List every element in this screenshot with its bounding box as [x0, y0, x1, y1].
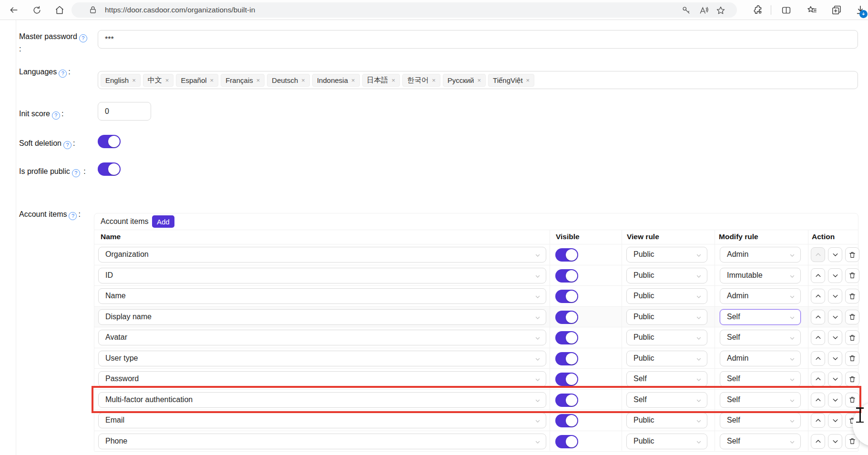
- move-down-button[interactable]: [828, 434, 842, 449]
- visible-toggle[interactable]: [555, 248, 578, 262]
- visible-toggle[interactable]: [555, 435, 578, 448]
- remove-tag-icon[interactable]: ×: [256, 77, 260, 84]
- visible-toggle[interactable]: [555, 394, 578, 407]
- help-icon[interactable]: ?: [79, 34, 87, 42]
- item-name-select[interactable]: Multi-factor authentication: [98, 392, 546, 408]
- help-icon[interactable]: ?: [69, 212, 77, 220]
- extensions-icon[interactable]: [752, 4, 765, 16]
- modify-rule-select[interactable]: Self: [720, 434, 801, 449]
- languages-select[interactable]: English × 中文 × Español × Français × Deut…: [98, 71, 858, 89]
- delete-button[interactable]: [845, 393, 859, 407]
- remove-tag-icon[interactable]: ×: [210, 77, 214, 84]
- item-name-select[interactable]: Display name: [98, 309, 546, 325]
- visible-toggle[interactable]: [555, 290, 578, 303]
- remove-tag-icon[interactable]: ×: [132, 77, 136, 84]
- visible-toggle[interactable]: [555, 311, 578, 324]
- item-name-select[interactable]: Name: [98, 288, 546, 304]
- delete-button[interactable]: [845, 372, 859, 386]
- move-up-button[interactable]: [811, 413, 825, 428]
- modify-rule-select[interactable]: Self: [720, 309, 801, 325]
- lock-icon[interactable]: [89, 6, 98, 15]
- split-screen-icon[interactable]: [780, 4, 792, 16]
- view-rule-select[interactable]: Public: [626, 268, 707, 283]
- is-profile-public-toggle[interactable]: [98, 162, 121, 176]
- move-down-button[interactable]: [828, 351, 842, 366]
- favorites-icon[interactable]: [806, 4, 818, 16]
- view-rule-select[interactable]: Public: [626, 434, 707, 449]
- move-down-button[interactable]: [828, 413, 842, 428]
- delete-button[interactable]: [845, 289, 859, 303]
- favorite-star-icon[interactable]: [716, 6, 725, 15]
- remove-tag-icon[interactable]: ×: [432, 77, 436, 84]
- item-name-select[interactable]: Avatar: [98, 330, 546, 345]
- help-icon[interactable]: ?: [52, 111, 60, 120]
- move-up-button[interactable]: [811, 247, 825, 262]
- modify-rule-select[interactable]: Self: [720, 371, 801, 387]
- remove-tag-icon[interactable]: ×: [165, 77, 169, 84]
- move-up-button[interactable]: [811, 393, 825, 407]
- view-rule-select[interactable]: Public: [626, 330, 707, 345]
- move-down-button[interactable]: [828, 330, 842, 345]
- view-rule-select[interactable]: Public: [626, 288, 707, 304]
- delete-button[interactable]: [845, 351, 859, 366]
- view-rule-select[interactable]: Self: [626, 392, 707, 408]
- move-up-button[interactable]: [811, 372, 825, 386]
- view-rule-select[interactable]: Public: [626, 247, 707, 263]
- move-down-button[interactable]: [828, 372, 842, 386]
- modify-rule-select[interactable]: Immutable: [720, 268, 801, 283]
- view-rule-select[interactable]: Public: [626, 413, 707, 428]
- move-up-button[interactable]: [811, 268, 825, 283]
- item-name-select[interactable]: User type: [98, 351, 546, 366]
- help-icon[interactable]: ?: [72, 169, 80, 177]
- delete-button[interactable]: [845, 247, 859, 262]
- remove-tag-icon[interactable]: ×: [477, 77, 481, 84]
- remove-tag-icon[interactable]: ×: [392, 77, 396, 84]
- url-text[interactable]: https://door.casdoor.com/organizations/b…: [105, 6, 255, 14]
- move-down-button[interactable]: [828, 247, 842, 262]
- move-up-button[interactable]: [811, 330, 825, 345]
- move-up-button[interactable]: [811, 351, 825, 366]
- item-name-select[interactable]: ID: [98, 268, 546, 283]
- view-rule-select[interactable]: Public: [626, 351, 707, 366]
- move-up-button[interactable]: [811, 310, 825, 324]
- delete-button[interactable]: [845, 268, 859, 283]
- delete-button[interactable]: [845, 310, 859, 324]
- modify-rule-select[interactable]: Self: [720, 392, 801, 408]
- remove-tag-icon[interactable]: ×: [301, 77, 305, 84]
- home-button[interactable]: [53, 4, 66, 16]
- add-button[interactable]: Add: [152, 215, 174, 228]
- modify-rule-select[interactable]: Self: [720, 413, 801, 428]
- address-bar[interactable]: https://door.casdoor.com/organizations/b…: [71, 2, 737, 18]
- move-up-button[interactable]: [811, 434, 825, 449]
- move-down-button[interactable]: [828, 289, 842, 303]
- delete-button[interactable]: [845, 330, 859, 345]
- remove-tag-icon[interactable]: ×: [351, 77, 355, 84]
- visible-toggle[interactable]: [555, 373, 578, 386]
- view-rule-select[interactable]: Self: [626, 371, 707, 387]
- visible-toggle[interactable]: [555, 331, 578, 344]
- help-icon[interactable]: ?: [63, 141, 71, 149]
- move-down-button[interactable]: [828, 268, 842, 283]
- modify-rule-select[interactable]: Admin: [720, 247, 801, 263]
- remove-tag-icon[interactable]: ×: [526, 77, 530, 84]
- soft-deletion-toggle[interactable]: [98, 135, 121, 148]
- master-password-input[interactable]: ***: [98, 30, 858, 49]
- init-score-input[interactable]: 0: [98, 102, 151, 121]
- item-name-select[interactable]: Organization: [98, 247, 546, 263]
- item-name-select[interactable]: Email: [98, 413, 546, 428]
- item-name-select[interactable]: Phone: [98, 434, 546, 449]
- move-up-button[interactable]: [811, 289, 825, 303]
- modify-rule-select[interactable]: Admin: [720, 351, 801, 366]
- modify-rule-select[interactable]: Admin: [720, 288, 801, 304]
- visible-toggle[interactable]: [555, 352, 578, 365]
- refresh-button[interactable]: [31, 4, 43, 16]
- move-down-button[interactable]: [828, 310, 842, 324]
- tab-collections-icon[interactable]: [830, 4, 843, 16]
- read-aloud-icon[interactable]: [699, 6, 708, 15]
- view-rule-select[interactable]: Public: [626, 309, 707, 325]
- password-key-icon[interactable]: [682, 6, 691, 15]
- visible-toggle[interactable]: [555, 269, 578, 283]
- visible-toggle[interactable]: [555, 414, 578, 427]
- modify-rule-select[interactable]: Self: [720, 330, 801, 345]
- help-icon[interactable]: ?: [59, 70, 67, 78]
